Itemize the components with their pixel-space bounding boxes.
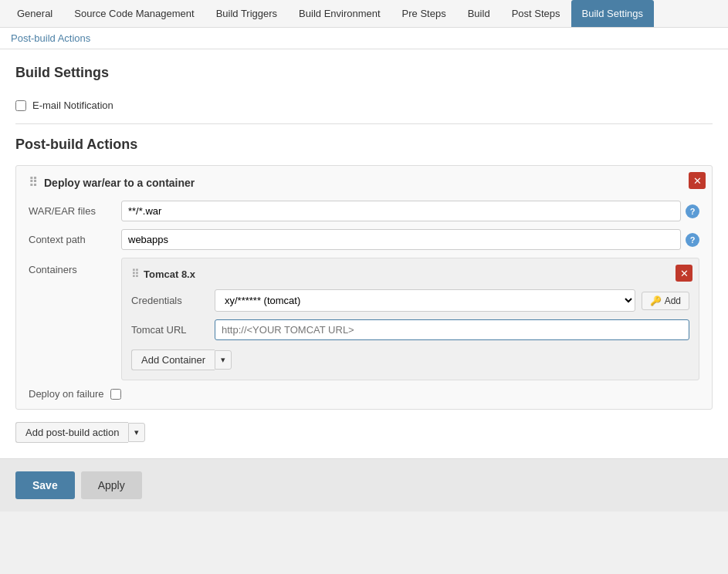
container-title: ⠿ Tomcat 8.x: [131, 268, 689, 280]
tomcat-url-label: Tomcat URL: [131, 324, 208, 336]
sub-nav-link[interactable]: Post-build Actions: [11, 32, 90, 44]
container-name: Tomcat 8.x: [144, 268, 195, 280]
main-content: Build Settings E-mail Notification Post-…: [0, 49, 728, 458]
email-notification-label: E-mail Notification: [32, 100, 113, 111]
add-credentials-button[interactable]: 🔑 Add: [642, 292, 689, 310]
save-button[interactable]: Save: [15, 471, 75, 499]
apply-button[interactable]: Apply: [81, 471, 142, 499]
deploy-card-title: Deploy war/ear to a container: [44, 177, 195, 189]
deploy-failure-row: Deploy on failure: [29, 388, 699, 400]
tab-build-environment[interactable]: Build Environment: [288, 0, 391, 27]
credentials-row: Credentials xy/****** (tomcat) 🔑 Add: [131, 289, 689, 312]
war-ear-help-icon[interactable]: ?: [686, 204, 699, 218]
war-ear-label: WAR/EAR files: [29, 205, 121, 217]
tab-build[interactable]: Build: [457, 0, 501, 27]
add-container-button[interactable]: Add Container: [131, 349, 215, 370]
add-credentials-label: Add: [665, 295, 681, 306]
tab-build-triggers[interactable]: Build Triggers: [205, 0, 288, 27]
page-title: Build Settings: [15, 65, 713, 87]
war-ear-input[interactable]: [121, 201, 681, 221]
key-icon: 🔑: [650, 295, 662, 306]
deploy-failure-checkbox[interactable]: [110, 389, 121, 400]
sub-nav: Post-build Actions: [0, 28, 728, 49]
context-path-row: Context path ?: [29, 229, 699, 250]
context-path-input[interactable]: [121, 229, 681, 250]
context-path-label: Context path: [29, 234, 121, 245]
tab-post-steps[interactable]: Post Steps: [501, 0, 571, 27]
deploy-card-header: ⠿ Deploy war/ear to a container: [29, 175, 699, 190]
containers-label: Containers: [29, 258, 121, 275]
add-container-dropdown-button[interactable]: ▾: [215, 350, 232, 370]
war-ear-row: WAR/EAR files ?: [29, 201, 699, 221]
email-notification-row: E-mail Notification: [15, 100, 713, 111]
add-postbuild-group: Add post-build action ▾: [15, 422, 713, 443]
tab-pre-steps[interactable]: Pre Steps: [391, 0, 457, 27]
email-notification-checkbox[interactable]: [15, 100, 26, 111]
tomcat-url-row: Tomcat URL: [131, 319, 689, 340]
credentials-select[interactable]: xy/****** (tomcat): [215, 289, 635, 312]
containers-inner: ✕ ⠿ Tomcat 8.x Credentials xy/****** (to…: [121, 258, 699, 380]
containers-row: Containers ✕ ⠿ Tomcat 8.x Credentials xy…: [29, 258, 699, 380]
drag-handle-icon: ⠿: [29, 175, 38, 190]
deploy-failure-label: Deploy on failure: [29, 388, 104, 400]
section-divider: [15, 123, 713, 124]
tab-build-settings[interactable]: Build Settings: [571, 0, 655, 27]
post-build-title: Post-build Actions: [15, 137, 713, 153]
deploy-card: ✕ ⠿ Deploy war/ear to a container WAR/EA…: [15, 165, 713, 410]
nav-tabs: General Source Code Management Build Tri…: [0, 0, 728, 28]
footer: Save Apply: [0, 458, 728, 512]
tab-general[interactable]: General: [6, 0, 63, 27]
tomcat-url-input[interactable]: [215, 319, 689, 340]
deploy-card-close-button[interactable]: ✕: [689, 172, 706, 189]
context-path-help-icon[interactable]: ?: [686, 233, 699, 247]
add-container-btn-group: Add Container ▾: [131, 349, 689, 370]
container-drag-handle-icon: ⠿: [131, 268, 139, 280]
credentials-label: Credentials: [131, 295, 208, 306]
container-close-button[interactable]: ✕: [676, 265, 692, 282]
add-postbuild-dropdown-button[interactable]: ▾: [128, 423, 145, 442]
tab-source-code[interactable]: Source Code Management: [63, 0, 205, 27]
add-postbuild-button[interactable]: Add post-build action: [15, 422, 128, 443]
